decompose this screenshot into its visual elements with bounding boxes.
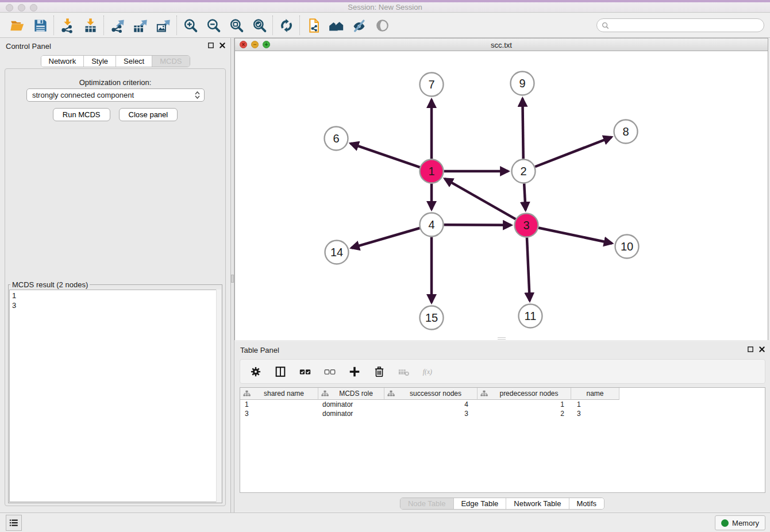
vertical-splitter[interactable] [230,38,234,512]
refresh-view-button[interactable] [275,15,298,36]
column-header-shared-name[interactable]: shared name [240,388,318,400]
cell-successor-nodes[interactable]: 4 [384,400,478,409]
column-header-name[interactable]: name [571,388,619,400]
float-panel-icon[interactable] [747,346,754,353]
result-scrollbar[interactable] [216,290,221,502]
deselect-all-button[interactable] [322,364,337,379]
search-icon [602,22,609,29]
toolbar-separator [299,16,300,35]
mcds-result-text[interactable]: 1 3 [9,290,221,502]
tab-edge-table[interactable]: Edge Table [453,498,506,509]
cell-mcds-role[interactable]: dominator [318,409,384,418]
export-table-button[interactable] [129,15,152,36]
control-panel-tabs: Network Style Select MCDS [40,55,190,67]
close-panel-icon[interactable] [759,346,765,353]
graph-edge[interactable] [351,144,420,167]
graph-edge[interactable] [444,225,511,225]
delete-row-button[interactable] [372,364,387,379]
graph-node-label: 9 [519,77,525,90]
cell-mcds-role[interactable]: dominator [318,400,384,409]
cell-name[interactable]: 1 [571,400,619,409]
cell-name[interactable]: 3 [571,409,619,418]
select-all-button[interactable] [298,364,313,379]
import-network-button[interactable] [56,15,79,36]
cell-predecessor-nodes[interactable]: 2 [478,409,571,418]
task-history-button[interactable] [6,515,22,531]
delete-table-button[interactable] [396,364,411,379]
svg-text:f(x): f(x) [423,368,432,376]
refresh-icon [279,18,294,33]
close-panel-button[interactable]: Close panel [119,108,178,121]
cell-shared-name[interactable]: 3 [240,409,318,418]
column-header-predecessor-nodes[interactable]: predecessor nodes [478,388,571,400]
table-settings-button[interactable] [248,364,263,379]
clone-network-button[interactable] [302,15,325,36]
main-toolbar [0,13,770,38]
home-layout-button[interactable] [325,15,348,36]
eye-slash-icon [352,18,367,33]
splitter-grip[interactable] [231,275,234,283]
network-window-titlebar[interactable]: × – + scc.txt [235,38,768,51]
network-canvas[interactable]: 7968124314101511 [235,51,768,340]
save-session-button[interactable] [29,15,52,36]
function-builder-button[interactable]: f(x) [421,364,436,379]
trash-icon [373,365,386,378]
open-session-button[interactable] [6,15,29,36]
export-table-icon [133,18,148,33]
graph-edge[interactable] [535,137,611,167]
tab-select[interactable]: Select [116,56,152,67]
column-header-mcds-role[interactable]: MCDS role [318,388,384,400]
column-header-successor-nodes[interactable]: successor nodes [384,388,478,400]
show-columns-button[interactable] [273,364,288,379]
export-image-button[interactable] [152,15,175,36]
tab-style[interactable]: Style [84,56,116,67]
zoom-out-button[interactable] [202,15,225,36]
memory-label: Memory [732,519,759,527]
cell-shared-name[interactable]: 1 [240,400,318,409]
table-header-row: shared name MCDS role successor nodes pr… [240,388,765,400]
table-row[interactable]: 3 dominator 3 2 3 [240,409,765,418]
graph-edge[interactable] [522,98,523,159]
cell-predecessor-nodes[interactable]: 1 [478,400,571,409]
app-titlebar: Session: New Session [0,0,770,13]
tab-node-table[interactable]: Node Table [401,498,454,509]
import-table-button[interactable] [79,15,102,36]
tab-network[interactable]: Network [41,56,84,67]
zoom-selected-icon [252,18,267,33]
graph-edge[interactable] [538,228,612,243]
cell-successor-nodes[interactable]: 3 [384,409,478,418]
column-type-icon [387,390,395,397]
graph-node-label: 4 [428,218,434,231]
graph-edge[interactable] [527,237,530,300]
graph-edge[interactable] [524,183,525,210]
run-mcds-button[interactable]: Run MCDS [53,108,110,121]
zoom-fit-button[interactable] [225,15,248,36]
graph-edge[interactable] [351,228,419,248]
zoom-in-button[interactable] [179,15,202,36]
search-field[interactable] [596,18,764,32]
tab-motifs[interactable]: Motifs [569,498,604,509]
plus-icon [348,365,361,378]
graphics-details-button[interactable] [348,15,371,36]
add-row-button[interactable] [347,364,362,379]
search-input[interactable] [612,21,759,30]
canvas-resize-grip[interactable] [498,337,506,340]
table-panel-title: Table Panel [240,346,279,354]
criterion-dropdown[interactable]: strongly connected component [26,88,205,102]
memory-button[interactable]: Memory [715,515,765,530]
export-network-icon [110,18,125,33]
tab-mcds[interactable]: MCDS [152,56,189,67]
float-panel-icon[interactable] [207,42,214,49]
graph-edge[interactable] [445,179,515,219]
close-panel-icon[interactable] [219,42,226,49]
tab-network-table[interactable]: Network Table [506,498,569,509]
table-row[interactable]: 1 dominator 4 1 1 [240,400,765,409]
table-panel-tabs: Node Table Edge Table Network Table Moti… [400,498,605,510]
birds-eye-view-button[interactable] [371,15,394,36]
control-panel: Control Panel Network Style Select MCDS … [0,38,230,512]
export-network-button[interactable] [106,15,129,36]
export-image-icon [156,18,171,33]
zoom-selected-button[interactable] [248,15,271,36]
network-graph[interactable]: 7968124314101511 [235,51,768,340]
list-icon [9,518,19,528]
